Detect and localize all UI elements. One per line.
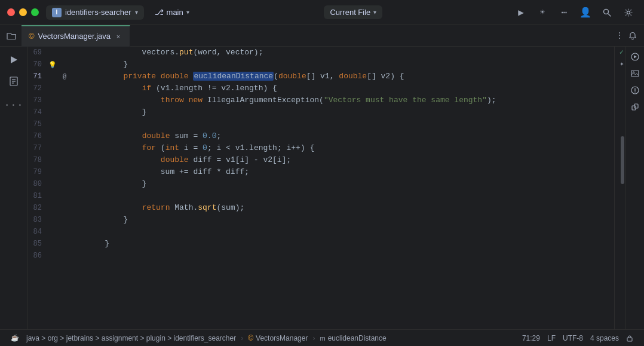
gutter-86: 86 <box>27 250 81 262</box>
profile-button[interactable]: 👤 <box>577 4 594 21</box>
sb-class-item[interactable]: © VectorsManager <box>244 330 311 346</box>
run-button[interactable]: ▶ <box>513 4 529 21</box>
code-line-84: 84 <box>27 226 614 238</box>
gutter-83: 83 <box>27 214 81 226</box>
code-cell-73[interactable]: throw new IllegalArgumentException("Vect… <box>81 94 614 106</box>
project-selector[interactable]: I identifiers-searcher ▾ <box>46 5 144 20</box>
sb-encoding[interactable]: UTF-8 <box>559 330 587 346</box>
code-cell-81[interactable] <box>81 190 614 202</box>
java-icon: ☕ <box>11 334 19 342</box>
gutter-81: 81 <box>27 190 81 202</box>
breadcrumb-text: java > org > jetbrains > assignment > pl… <box>26 334 236 342</box>
sidebar-item-bookmarks[interactable] <box>4 72 23 91</box>
gutter-78: 78 <box>27 154 81 166</box>
method-name-label: euclideanDistance <box>328 334 387 342</box>
tabs-overflow-button[interactable]: ⋮ <box>613 29 626 42</box>
gutter-annotation-70: 💡 <box>47 61 59 69</box>
run-sidebar-icon <box>9 55 19 65</box>
line-number-80: 80 <box>27 180 47 188</box>
code-cell-71[interactable]: private double euclideanDistance(double[… <box>81 71 614 82</box>
line-number-78: 78 <box>27 156 47 164</box>
encoding-label: UTF-8 <box>563 334 583 342</box>
line-number-79: 79 <box>27 168 47 176</box>
code-cell-75[interactable] <box>81 118 614 130</box>
sr-run-icon[interactable] <box>628 50 642 63</box>
titlebar-center: Current File ▾ <box>194 5 513 19</box>
lock-icon <box>626 335 633 342</box>
sidebar-item-more[interactable]: ··· <box>4 96 23 115</box>
code-cell-83[interactable]: } <box>81 214 614 226</box>
code-cell-78[interactable]: double diff = v1[i] - v2[i]; <box>81 154 614 166</box>
sb-method-item[interactable]: m euclideanDistance <box>316 330 390 346</box>
sb-lock-button[interactable] <box>622 330 637 346</box>
check-indicator: ✓ <box>620 48 624 57</box>
overflow-icon: ⋮ <box>615 30 624 41</box>
branch-name-label: main <box>167 8 183 17</box>
code-cell-84[interactable] <box>81 226 614 238</box>
code-line-74: 74 } <box>27 106 614 118</box>
code-cell-72[interactable]: if (v1.length != v2.length) { <box>81 82 614 94</box>
code-cell-69[interactable]: vectors.put(word, vector); <box>81 47 614 59</box>
line-number-84: 84 <box>27 228 47 236</box>
sb-indent[interactable]: 4 spaces <box>587 330 622 346</box>
maximize-window-button[interactable] <box>31 8 39 16</box>
code-cell-86[interactable] <box>81 250 614 262</box>
sr-plugin-icon[interactable] <box>628 100 642 114</box>
sb-breadcrumb[interactable]: java > org > jetbrains > assignment > pl… <box>23 330 240 346</box>
minimize-window-button[interactable] <box>19 8 27 16</box>
editor-main[interactable]: 69 vectors.put(word, vector);70💡 }71@ pr… <box>27 47 614 329</box>
sr-screenshot-icon[interactable] <box>628 67 642 80</box>
sb-position[interactable]: 71:29 <box>519 330 544 346</box>
svg-point-12 <box>634 91 636 93</box>
code-cell-76[interactable]: double sum = 0.0; <box>81 130 614 142</box>
code-lines-container: 69 vectors.put(word, vector);70💡 }71@ pr… <box>27 47 614 262</box>
current-file-button[interactable]: Current File ▾ <box>324 5 382 19</box>
tabs-bar: © VectorsManager.java × ⋮ <box>0 25 644 47</box>
run-icon: ▶ <box>518 7 524 19</box>
code-line-75: 75 <box>27 118 614 130</box>
play-circle-icon <box>631 53 639 61</box>
line-number-73: 73 <box>27 96 47 105</box>
code-line-77: 77 for (int i = 0; i < v1.length; i++) { <box>27 142 614 154</box>
sidebar-left: ··· <box>0 47 27 329</box>
image-icon <box>631 70 639 77</box>
code-cell-79[interactable]: sum += diff * diff; <box>81 166 614 178</box>
window-controls <box>7 8 39 16</box>
branch-selector[interactable]: ⎇ main ▾ <box>150 5 194 19</box>
debug-button[interactable]: ☀ <box>534 4 551 21</box>
code-cell-85[interactable]: } <box>81 238 614 250</box>
sb-java-icon-item[interactable]: ☕ <box>7 330 23 346</box>
line-number-74: 74 <box>27 108 47 117</box>
code-cell-77[interactable]: for (int i = 0; i < v1.length; i++) { <box>81 142 614 154</box>
project-icon: I <box>52 8 62 17</box>
code-line-82: 82 return Math.sqrt(sum); <box>27 202 614 214</box>
tab-close-button[interactable]: × <box>114 32 122 41</box>
code-line-86: 86 <box>27 250 614 262</box>
folder-icon <box>7 32 16 40</box>
project-tree-toggle[interactable] <box>5 29 18 42</box>
svg-point-0 <box>604 9 609 14</box>
code-cell-82[interactable]: return Math.sqrt(sum); <box>81 202 614 214</box>
tab-label: VectorsManager.java <box>38 32 111 41</box>
editor-scrollbar-area[interactable]: ✓ ✦ <box>614 47 625 329</box>
code-line-80: 80 } <box>27 178 614 190</box>
file-tab[interactable]: © VectorsManager.java × <box>22 25 130 47</box>
more-actions-button[interactable]: ⋯ <box>556 4 572 21</box>
close-window-button[interactable] <box>7 8 15 16</box>
sidebar-item-run[interactable] <box>4 50 23 69</box>
scrollbar-thumb[interactable] <box>621 136 624 184</box>
sr-warning-icon[interactable] <box>628 84 642 97</box>
gutter-77: 77 <box>27 142 81 154</box>
notification-bell-button[interactable] <box>626 29 639 42</box>
gutter-80: 80 <box>27 178 81 190</box>
titlebar-actions: ▶ ☀ ⋯ 👤 <box>513 4 637 21</box>
code-cell-70[interactable]: } <box>81 59 614 71</box>
code-cell-74[interactable]: } <box>81 106 614 118</box>
code-line-70: 70💡 } <box>27 59 614 71</box>
settings-button[interactable] <box>620 4 637 21</box>
search-everywhere-button[interactable] <box>599 4 615 21</box>
sb-line-ending[interactable]: LF <box>544 330 559 346</box>
code-cell-80[interactable]: } <box>81 178 614 190</box>
current-file-label: Current File <box>330 8 370 17</box>
current-file-dropdown-icon: ▾ <box>373 9 376 16</box>
